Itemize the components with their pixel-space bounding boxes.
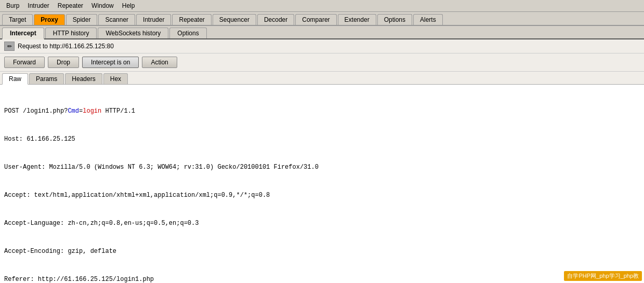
tab-comparer[interactable]: Comparer (295, 14, 336, 25)
tab-alerts[interactable]: Alerts (413, 14, 443, 25)
tab-extender[interactable]: Extender (338, 14, 376, 25)
tab-repeater[interactable]: Repeater (172, 14, 211, 25)
tab-proxy[interactable]: Proxy (34, 14, 64, 25)
http-line-2: Host: 61.166.25.125 (4, 134, 640, 144)
main-tabs: Target Proxy Spider Scanner Intruder Rep… (0, 12, 644, 26)
sub-tabs: Intercept HTTP history WebSockets histor… (0, 26, 644, 39)
drop-button[interactable]: Drop (48, 57, 79, 68)
http-line-6: Accept-Encoding: gzip, deflate (4, 247, 640, 256)
http-line-5: Accept-Language: zh-cn,zh;q=0.8,en-us;q=… (4, 219, 640, 228)
tab-scanner[interactable]: Scanner (98, 14, 135, 25)
action-button[interactable]: Action (142, 57, 177, 68)
request-line: ✏ Request to http://61.166.25.125:80 (0, 39, 644, 53)
intercept-on-button[interactable]: Intercept is on (82, 57, 139, 68)
request-url: Request to http://61.166.25.125:80 (18, 43, 114, 50)
menu-window[interactable]: Window (87, 1, 118, 10)
tab-decoder[interactable]: Decoder (257, 14, 294, 25)
menu-help[interactable]: Help (118, 1, 139, 10)
http-line-1: POST /login1.php?Cmd=login HTTP/1.1 (4, 106, 640, 116)
subtab-websockets-history[interactable]: WebSockets history (98, 28, 168, 38)
http-line-7: Referer: http://61.166.25.125/login1.php (4, 275, 640, 283)
menu-burp[interactable]: Burp (2, 1, 23, 10)
content-tab-headers[interactable]: Headers (65, 73, 102, 84)
subtab-intercept[interactable]: Intercept (2, 28, 44, 39)
http-content: POST /login1.php?Cmd=login HTTP/1.1 Host… (0, 85, 644, 283)
http-line-4: Accept: text/html,application/xhtml+xml,… (4, 191, 640, 200)
menu-bar: Burp Intruder Repeater Window Help (0, 0, 644, 12)
content-tabs: Raw Params Headers Hex (0, 72, 644, 85)
tab-spider[interactable]: Spider (66, 14, 98, 25)
watermark: 自学PHP网_php学习_php教 (564, 271, 642, 281)
content-tab-params[interactable]: Params (29, 73, 64, 84)
menu-repeater[interactable]: Repeater (54, 1, 87, 10)
subtab-http-history[interactable]: HTTP history (45, 28, 97, 38)
tab-sequencer[interactable]: Sequencer (213, 14, 256, 25)
content-tab-hex[interactable]: Hex (103, 73, 128, 84)
tab-target[interactable]: Target (2, 14, 33, 25)
action-bar: Forward Drop Intercept is on Action (0, 53, 644, 72)
http-line-3: User-Agent: Mozilla/5.0 (Windows NT 6.3;… (4, 163, 640, 172)
tab-options[interactable]: Options (377, 14, 412, 25)
subtab-options[interactable]: Options (169, 28, 206, 38)
menu-intruder[interactable]: Intruder (23, 1, 53, 10)
forward-button[interactable]: Forward (4, 57, 45, 68)
pencil-icon: ✏ (4, 42, 15, 51)
content-tab-raw[interactable]: Raw (2, 73, 28, 85)
tab-intruder[interactable]: Intruder (136, 14, 171, 25)
